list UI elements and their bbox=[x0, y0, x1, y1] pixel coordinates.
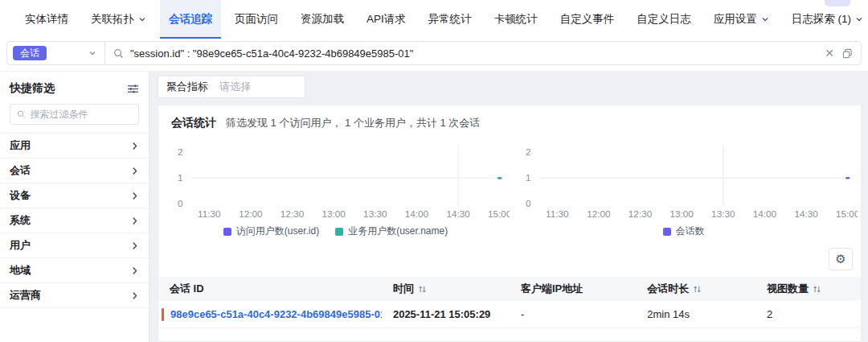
search-bar-row: 会话 "session.id" : "98e9ce65-c51a-40c4-92… bbox=[0, 39, 868, 71]
legend-swatch bbox=[663, 228, 671, 236]
sort-icon[interactable] bbox=[418, 285, 427, 294]
content: 快捷筛选 应用会话设备系统用户地域运营商 聚合指标 请选择 bbox=[0, 71, 868, 342]
nav-tab-label: 会话追踪 bbox=[169, 12, 212, 27]
chart-plot-area[interactable]: 01211:3012:0012:3013:0013:3014:0014:3015… bbox=[162, 138, 510, 224]
nav-tab-label: 页面访问 bbox=[235, 12, 278, 27]
table-column-header[interactable]: 视图数量 bbox=[755, 282, 861, 296]
chevron-right-icon bbox=[130, 241, 139, 250]
session-id-link[interactable]: 98e9ce65-c51a-40c4-9232-4b69849e5985-01 bbox=[170, 308, 382, 320]
nav-tab[interactable]: 实体详情 bbox=[16, 0, 77, 39]
chevron-down-icon bbox=[761, 15, 769, 23]
y-tick-label: 0 bbox=[526, 200, 531, 209]
nav-tab[interactable]: 关联拓扑 bbox=[82, 0, 155, 39]
nav-tab[interactable]: 资源加载 bbox=[292, 0, 353, 39]
sidebar-item-label: 地域 bbox=[10, 263, 31, 278]
data-point[interactable] bbox=[845, 177, 850, 179]
x-tick-label: 14:00 bbox=[753, 210, 776, 220]
copy-icon[interactable] bbox=[842, 48, 853, 59]
session-stats-card: 会话统计 筛选发现 1 个访问用户， 1 个业务用户，共计 1 次会话 0121… bbox=[158, 105, 862, 342]
search-bar-actions: ✕ bbox=[825, 47, 861, 59]
aggregate-metric-label: 聚合指标 bbox=[166, 80, 208, 94]
column-label: 时间 bbox=[393, 282, 414, 296]
nav-tab[interactable]: 卡顿统计 bbox=[485, 0, 547, 39]
nav-tab-label: 自定义日志 bbox=[637, 12, 691, 27]
sidebar-item[interactable]: 设备 bbox=[0, 183, 149, 208]
table-row[interactable]: 98e9ce65-c51a-40c4-9232-4b69849e5985-012… bbox=[158, 301, 861, 328]
sidebar-item[interactable]: 地域 bbox=[0, 258, 149, 283]
x-tick-label: 13:00 bbox=[321, 210, 345, 220]
scope-selector[interactable]: 会话 bbox=[7, 42, 105, 64]
aggregate-metric-select[interactable]: 聚合指标 请选择 bbox=[158, 76, 305, 98]
nav-tab[interactable]: 异常统计 bbox=[420, 0, 481, 39]
quick-filter-sidebar: 快捷筛选 应用会话设备系统用户地域运营商 bbox=[0, 71, 149, 342]
table-column-header[interactable]: 会话时长 bbox=[636, 282, 755, 296]
scope-badge: 会话 bbox=[13, 46, 47, 60]
sidebar-item[interactable]: 运营商 bbox=[0, 283, 149, 308]
x-tick-label: 15:00 bbox=[836, 210, 858, 220]
legend-item[interactable]: 访问用户数(user.id) bbox=[223, 225, 319, 238]
nav-tab[interactable]: 会话追踪 bbox=[160, 0, 221, 39]
nav-tab[interactable]: 自定义日志 bbox=[628, 0, 700, 39]
chevron-right-icon bbox=[130, 266, 139, 275]
legend-swatch bbox=[223, 228, 231, 236]
chart-legend: 会话数 bbox=[510, 224, 858, 243]
sidebar-item-label: 设备 bbox=[10, 188, 31, 203]
nav-tab-label: 日志探索 (1) bbox=[792, 12, 851, 27]
sidebar-item-label: 用户 bbox=[10, 238, 31, 253]
legend-label: 业务用户数(user.name) bbox=[348, 225, 448, 238]
filter-search-input[interactable] bbox=[31, 109, 132, 120]
data-point[interactable] bbox=[497, 177, 502, 179]
x-tick-label: 15:00 bbox=[488, 210, 510, 220]
x-tick-label: 14:30 bbox=[794, 210, 817, 220]
search-input[interactable]: "session.id" : "98e9ce65-c51a-40c4-9232-… bbox=[105, 47, 825, 60]
nav-tab-label: 实体详情 bbox=[25, 12, 68, 27]
chart-plot-area[interactable]: 01211:3012:0012:3013:0013:3014:0014:3015… bbox=[510, 138, 858, 224]
table-toolbar: ⚙ bbox=[158, 243, 861, 277]
gear-icon: ⚙ bbox=[835, 252, 845, 266]
chevron-right-icon bbox=[130, 142, 139, 150]
nav-tab-label: 自定义事件 bbox=[560, 12, 615, 27]
nav-tab[interactable]: API请求 bbox=[358, 0, 415, 39]
legend-label: 访问用户数(user.id) bbox=[236, 225, 319, 238]
chevron-down-icon bbox=[88, 49, 96, 57]
chevron-right-icon bbox=[130, 291, 139, 300]
chevron-down-icon bbox=[138, 15, 146, 23]
table-settings-button[interactable]: ⚙ bbox=[829, 248, 853, 270]
x-tick-label: 13:30 bbox=[363, 210, 387, 220]
nav-tab[interactable]: 页面访问 bbox=[226, 0, 287, 39]
sessions-table: 会话 ID时间客户端IP地址会话时长视图数量 98e9ce65-c51a-40c… bbox=[158, 277, 861, 328]
close-icon[interactable]: ✕ bbox=[825, 47, 834, 59]
filter-lines-icon[interactable] bbox=[127, 84, 139, 94]
chevron-right-icon bbox=[130, 167, 139, 175]
y-tick-label: 0 bbox=[178, 200, 183, 209]
y-tick-label: 2 bbox=[526, 147, 531, 157]
sidebar-item-label: 运营商 bbox=[10, 288, 41, 303]
x-tick-label: 14:30 bbox=[446, 210, 469, 220]
search-query-text: "session.id" : "98e9ce65-c51a-40c4-9232-… bbox=[130, 47, 413, 60]
legend-swatch bbox=[335, 228, 343, 236]
nav-tab[interactable]: 日志探索 (1) bbox=[783, 0, 868, 39]
sidebar-item[interactable]: 系统 bbox=[0, 208, 149, 233]
app-root: 实体详情关联拓扑会话追踪页面访问资源加载API请求异常统计卡顿统计自定义事件自定… bbox=[0, 0, 868, 342]
sidebar-item[interactable]: 会话 bbox=[0, 159, 149, 183]
top-nav: 实体详情关联拓扑会话追踪页面访问资源加载API请求异常统计卡顿统计自定义事件自定… bbox=[0, 0, 868, 39]
legend-item[interactable]: 会话数 bbox=[663, 225, 705, 238]
legend-item[interactable]: 业务用户数(user.name) bbox=[335, 225, 448, 238]
sidebar-item[interactable]: 应用 bbox=[0, 134, 149, 159]
main-area: 聚合指标 请选择 会话统计 筛选发现 1 个访问用户， 1 个业务用户，共计 1… bbox=[149, 71, 868, 342]
sort-icon[interactable] bbox=[813, 285, 821, 294]
stats-title: 会话统计 bbox=[171, 116, 216, 130]
x-tick-label: 11:30 bbox=[198, 210, 220, 220]
aggregate-metric-placeholder: 请选择 bbox=[219, 80, 251, 94]
nav-tab-label: 卡顿统计 bbox=[494, 12, 538, 27]
legend-label: 会话数 bbox=[676, 225, 705, 238]
nav-tab[interactable]: 应用设置 bbox=[705, 0, 778, 39]
sort-icon[interactable] bbox=[693, 285, 702, 294]
nav-tab[interactable]: 自定义事件 bbox=[551, 0, 624, 39]
nav-tab-label: API请求 bbox=[366, 12, 406, 27]
table-column-header[interactable]: 时间 bbox=[382, 282, 510, 296]
chevron-right-icon bbox=[130, 192, 139, 200]
y-tick-label: 1 bbox=[526, 173, 531, 183]
sidebar-item[interactable]: 用户 bbox=[0, 233, 149, 258]
table-column-header: 会话 ID bbox=[158, 282, 382, 296]
